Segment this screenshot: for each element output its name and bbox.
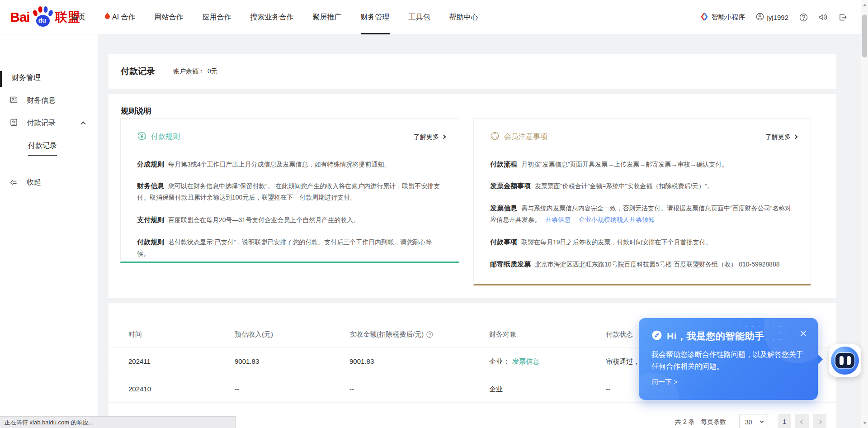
invoice-info-link[interactable]: 开票信息 bbox=[545, 216, 571, 223]
sound-icon[interactable] bbox=[819, 13, 828, 21]
help-icon[interactable] bbox=[799, 13, 808, 22]
scrollbar-thumb[interactable] bbox=[862, 14, 867, 57]
col-header-payment-status: 付款状态 bbox=[606, 321, 633, 347]
chevron-right-icon bbox=[817, 419, 822, 424]
rule-paragraph: 付款事项联盟在每月19日之后签收的发票，付款时间安排在下个月首批支付。 bbox=[490, 236, 795, 248]
nav-item-search-coop[interactable]: 搜索业务合作 bbox=[250, 0, 294, 34]
page: Bai du 联盟 首页 AI 合作 网站合作 bbox=[0, 0, 868, 428]
sidebar-divider bbox=[0, 169, 98, 169]
user-icon bbox=[756, 13, 764, 22]
active-section-indicator bbox=[0, 71, 2, 87]
cell-payment-status: -- bbox=[606, 375, 610, 403]
assistant-title: Hi，我是您的智能助手 bbox=[667, 330, 764, 342]
collapse-icon bbox=[9, 178, 18, 188]
sidebar: 财务管理 财务信息 付款记录 bbox=[0, 34, 98, 428]
main-menu: 首页 AI 合作 网站合作 应用合作 搜索业务合作 聚屏推广 财务管理 工具包 … bbox=[71, 0, 478, 34]
per-page-select[interactable]: 30 bbox=[739, 414, 768, 428]
browser-status-bar: 正在等待 xlab.baidu.com 的响应... bbox=[0, 416, 236, 428]
assistant-popup: Hi，我是您的智能助手 我会帮助您诊断合作链路问题，以及解答您关于任何合作相关的… bbox=[639, 318, 818, 400]
cell-finance-object: 企业：发票信息 bbox=[489, 347, 539, 375]
rule-paragraph: 发票金额事项发票票面“价税合计”金额=系统中“实收金额（扣除税费后/元）”。 bbox=[490, 180, 795, 192]
nav-item-finance-management[interactable]: 财务管理 bbox=[361, 0, 390, 34]
cell-actual: -- bbox=[349, 375, 354, 403]
col-header-finance-object: 财务对象 bbox=[489, 321, 516, 347]
sidebar-item-payment-records[interactable]: 付款记录 bbox=[0, 116, 98, 130]
rules-section-card: 规则说明 付款规则 了解更多 bbox=[108, 94, 836, 298]
rules-section-title: 规则说明 bbox=[121, 106, 151, 116]
per-page-label: 每页条数 bbox=[701, 414, 726, 428]
sidebar-group-finance-management[interactable]: 财务管理 bbox=[12, 73, 41, 83]
balance-value: 0元 bbox=[208, 67, 217, 75]
payment-records-header-card: 付款记录 账户余额：0元 bbox=[108, 54, 836, 89]
small-taxpayer-notes-link[interactable]: 企业小规模纳税人开票须知 bbox=[579, 216, 655, 223]
col-header-estimated-income: 预估收入(元) bbox=[235, 321, 273, 347]
payment-rules-card: 付款规则 了解更多 分成规则每月第3或4个工作日产出上月分成信息及发票信息，如有… bbox=[120, 118, 459, 263]
nav-item-home[interactable]: 首页 bbox=[71, 0, 85, 34]
nav-item-screen-promo[interactable]: 聚屏推广 bbox=[313, 0, 342, 34]
compass-icon bbox=[651, 330, 662, 342]
col-header-time: 时间 bbox=[128, 321, 142, 347]
nav-item-app-coop[interactable]: 应用合作 bbox=[203, 0, 231, 34]
user-account[interactable]: jyj1992 bbox=[756, 13, 788, 22]
payment-record-icon bbox=[9, 118, 18, 128]
rule-paragraph: 邮寄纸质发票北京市海淀区西北旺东路10号院百度科技园5号楼 百度联盟财务组（收）… bbox=[490, 258, 795, 270]
flame-icon bbox=[104, 0, 110, 34]
member-notes-title: 会员注意事项 bbox=[490, 131, 547, 143]
nav-item-toolkit[interactable]: 工具包 bbox=[409, 0, 430, 34]
cell-time: 202410 bbox=[128, 375, 151, 403]
previous-page-button[interactable] bbox=[795, 414, 809, 428]
sidebar-item-finance-info[interactable]: 财务信息 bbox=[0, 94, 98, 107]
invoice-info-table-link[interactable]: 发票信息 bbox=[512, 357, 539, 365]
nav-item-website-coop[interactable]: 网站合作 bbox=[155, 0, 184, 34]
page-scrollbar[interactable] bbox=[861, 0, 868, 428]
sidebar-collapse-button[interactable]: 收起 bbox=[0, 176, 98, 189]
chevron-down-icon bbox=[760, 419, 764, 423]
top-navigation-bar: Bai du 联盟 首页 AI 合作 网站合作 bbox=[0, 0, 861, 34]
nav-item-ai-coop[interactable]: AI 合作 bbox=[104, 0, 136, 34]
chevron-up-icon bbox=[80, 121, 85, 126]
member-notes-card: 会员注意事项 了解更多 付款流程月初按“发票信息”页面开具发票→上传发票→邮寄发… bbox=[473, 118, 811, 285]
rule-paragraph: 发票信息需与系统内发票信息内容完全一致，否则无法支付。请根据发票信息页面中“百度… bbox=[490, 202, 795, 225]
total-count-label: 共 2 条 bbox=[675, 414, 695, 428]
cell-actual: 9001.83 bbox=[349, 347, 374, 375]
logo-text-bai: Bai bbox=[10, 10, 30, 25]
page-title: 付款记录 bbox=[121, 66, 155, 77]
rule-paragraph: 分成规则每月第3或4个工作日产出上月分成信息及发票信息，如有特殊情况将提前通知。 bbox=[137, 158, 443, 170]
close-icon[interactable] bbox=[800, 330, 807, 339]
payment-rules-title: 付款规则 bbox=[137, 131, 180, 143]
logout-icon[interactable] bbox=[839, 13, 847, 21]
payment-rules-more-link[interactable]: 了解更多 bbox=[414, 133, 445, 141]
chevron-left-icon bbox=[800, 419, 804, 424]
baidu-union-logo[interactable]: Bai du 联盟 bbox=[10, 6, 80, 28]
cell-time: 202411 bbox=[128, 347, 151, 375]
navbar-right-tools: 智能小程序 jyj1992 bbox=[700, 0, 847, 34]
cell-finance-object: 企业 bbox=[489, 375, 503, 403]
rule-paragraph: 财务信息您可以在财务信息中选择“保留付款”。 在此期间您产生的收入将在账户内进行… bbox=[137, 180, 443, 203]
scroll-up-arrow-icon[interactable] bbox=[863, 4, 867, 6]
account-balance: 账户余额：0元 bbox=[173, 67, 217, 76]
next-page-button[interactable] bbox=[813, 414, 826, 428]
rule-paragraph: 付款流程月初按“发票信息”页面开具发票→上传发票→邮寄发票→审核→确认支付。 bbox=[490, 158, 795, 170]
finance-info-icon bbox=[9, 95, 18, 106]
miniprogram-icon bbox=[700, 13, 708, 22]
member-notes-more-link[interactable]: 了解更多 bbox=[765, 133, 797, 141]
chevron-right-icon bbox=[442, 135, 446, 139]
miniprogram-link[interactable]: 智能小程序 bbox=[700, 13, 745, 22]
logo-text-du: du bbox=[38, 17, 46, 24]
member-network-icon bbox=[490, 131, 500, 143]
sidebar-subitem-payment-records-active[interactable]: 付款记录 bbox=[28, 141, 57, 156]
cell-estimated: 9001.83 bbox=[235, 347, 259, 375]
question-circle-icon[interactable] bbox=[426, 323, 433, 349]
page-number-button[interactable]: 1 bbox=[778, 414, 791, 428]
nav-item-help-center[interactable]: 帮助中心 bbox=[449, 0, 478, 34]
ask-assistant-link[interactable]: 问一下 > bbox=[651, 378, 678, 386]
baidu-paw-icon: du bbox=[31, 6, 54, 29]
scroll-down-arrow-icon[interactable] bbox=[863, 422, 867, 424]
coin-icon bbox=[137, 131, 146, 143]
rule-paragraph: 付款规则若付款状态显示“已支付”，说明联盟已安排了您的付款。支付后三个工作日内到… bbox=[137, 236, 443, 259]
assistant-message: 我会帮助您诊断合作链路问题，以及解答您关于任何合作相关的问题。 bbox=[651, 349, 805, 372]
assistant-robot-button[interactable] bbox=[829, 344, 861, 377]
chevron-right-icon bbox=[793, 135, 798, 139]
col-header-actual-amount: 实收金额(扣除税费后/元) bbox=[349, 321, 433, 349]
cell-payment-status: 审核通过， bbox=[606, 347, 640, 375]
